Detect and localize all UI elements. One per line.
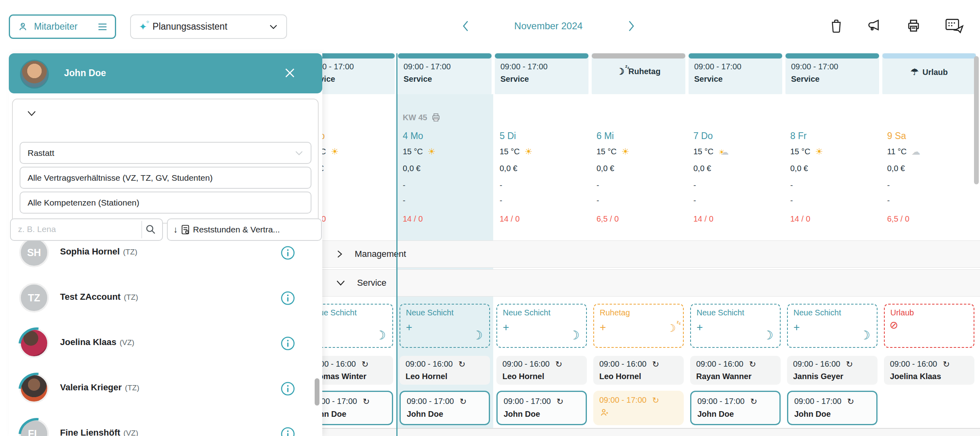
stat-line-2: - <box>790 196 793 205</box>
employee-list-item[interactable]: Joelina Klaas(VZ) <box>9 321 322 366</box>
contracts-filter-value: Alle Vertragsverhältnisse (VZ, TZ, GV, S… <box>28 173 213 183</box>
new-shift-button[interactable]: Neue Schicht+☾ <box>690 304 781 348</box>
temperature-row: 15 °C☀ <box>790 147 823 156</box>
employee-list-item[interactable]: SHSophia Hornel(TZ) <box>9 241 322 275</box>
repeat-icon: ↻ <box>555 360 562 368</box>
new-shift-button[interactable]: Neue Schicht+☾ <box>400 304 490 348</box>
info-icon[interactable] <box>281 291 295 305</box>
contract-type: (TZ) <box>123 248 137 256</box>
day-label[interactable]: 8 Fr <box>790 131 807 141</box>
shift-name-label: Service <box>404 75 432 84</box>
list-scrollbar[interactable] <box>315 378 319 406</box>
day-label[interactable]: 7 Do <box>693 131 713 141</box>
day-label[interactable]: 4 Mo <box>403 131 423 141</box>
employee-name: Sophia Hornel(TZ) <box>60 246 137 257</box>
stat-line-2: - <box>693 196 696 205</box>
day-label[interactable]: 5 Di <box>500 131 516 141</box>
shift-employee: Leo Hornel <box>502 372 544 381</box>
no-entry-icon: ⊘ <box>890 319 898 331</box>
printer-icon[interactable] <box>431 113 441 122</box>
day-label[interactable]: 6 Mi <box>596 131 614 141</box>
colleague-shift-card[interactable]: 09:00 - 16:00↻Leo Hornel <box>593 356 684 385</box>
plus-icon: + <box>697 321 703 334</box>
colleague-shift-card[interactable]: 09:00 - 16:00↻Rayan Wanner <box>690 356 781 385</box>
day-header-cell[interactable]: 09:00 - 17:00Service <box>495 53 588 94</box>
trash-icon[interactable] <box>829 18 843 33</box>
printer-icon[interactable] <box>906 18 921 33</box>
search-input[interactable] <box>17 224 135 234</box>
planning-assistant-button[interactable]: ✦✧ Planungsassistent <box>130 14 287 39</box>
day-header-cell[interactable]: 09:00 - 17:00Service <box>398 53 492 94</box>
own-shift-card[interactable]: 09:00 - 17:00↻John Doe <box>400 391 490 425</box>
moon-icon: ☾ <box>375 328 386 342</box>
repeat-icon: ↻ <box>363 397 370 406</box>
shift-employee: Leo Hornel <box>406 372 447 381</box>
vertical-scrollbar[interactable] <box>974 56 979 184</box>
chevron-right-icon[interactable] <box>335 249 343 259</box>
own-shift-card[interactable]: 09:00 - 17:00↻John Doe <box>496 391 587 425</box>
shift-time: 09:00 - 16:00 <box>793 359 840 369</box>
colleague-shift-card[interactable]: 09:00 - 16:00↻Leo Hornel <box>496 356 587 385</box>
repeat-icon: ↻ <box>361 360 369 368</box>
stat-line-1: - <box>596 181 599 190</box>
day-label[interactable]: 9 Sa <box>887 131 906 141</box>
employee-list-item[interactable]: Valeria Krieger(TZ) <box>9 366 322 411</box>
chevron-down-icon[interactable] <box>335 279 346 287</box>
day-header-cell[interactable]: 09:00 - 17:00Service <box>785 53 879 94</box>
hours-label: 6,5 / 0 <box>887 214 910 224</box>
rest-day-button[interactable]: Ruhetag+☾zz <box>593 304 684 348</box>
employees-button[interactable]: Mitarbeiter <box>9 14 116 39</box>
open-shift-card[interactable]: 09:00 - 17:00↻ <box>593 391 684 425</box>
avatar: SH <box>19 241 49 267</box>
next-month-button[interactable] <box>626 20 637 32</box>
info-icon[interactable] <box>281 336 295 351</box>
moon-zz-icon: ☾zz <box>617 67 625 76</box>
temperature-row: 15 °C☀ <box>500 147 532 156</box>
week-number: KW 45 <box>403 113 427 122</box>
temperature-label: 15 °C <box>790 147 810 156</box>
shift-time: 09:00 - 16:00 <box>599 359 647 369</box>
temperature-label: 15 °C <box>693 147 713 156</box>
info-icon[interactable] <box>281 246 295 260</box>
new-shift-button[interactable]: Neue Schicht+☾ <box>496 304 587 348</box>
info-icon[interactable] <box>281 427 295 436</box>
search-icon[interactable] <box>145 223 157 235</box>
day-header-cell[interactable]: ☾zzRuhetag <box>592 53 685 94</box>
prev-month-button[interactable] <box>460 20 471 32</box>
new-shift-button[interactable]: Neue Schicht+☾ <box>787 304 878 348</box>
shift-employee: Joelina Klaas <box>890 372 941 381</box>
colleague-shift-card[interactable]: 09:00 - 16:00↻Leo Hornel <box>400 356 490 385</box>
hours-label: 14 / 0 <box>790 214 810 224</box>
stat-line-2: - <box>500 196 502 205</box>
collapse-chevron-icon[interactable] <box>26 110 37 117</box>
calendar-send-icon[interactable] <box>945 18 964 34</box>
repeat-icon: ↻ <box>749 360 756 368</box>
beach-umbrella-icon: ☂ <box>910 67 918 77</box>
competences-filter[interactable]: Alle Kompetenzen (Stationen) <box>20 192 311 214</box>
megaphone-icon[interactable] <box>867 18 882 33</box>
colleague-shift-card[interactable]: 09:00 - 16:00↻Jannis Geyer <box>787 356 878 385</box>
vacation-label: Urlaub <box>890 308 914 317</box>
info-icon[interactable] <box>281 382 295 396</box>
contract-type: (VZ) <box>120 338 135 347</box>
location-select[interactable]: Rastatt <box>20 142 311 164</box>
shift-time: 09:00 - 17:00 <box>697 397 745 406</box>
employee-list-item[interactable]: TZTest ZAccount(TZ) <box>9 276 322 321</box>
contracts-filter[interactable]: Alle Vertragsverhältnisse (VZ, TZ, GV, S… <box>20 167 311 189</box>
day-header-cell[interactable]: ☂Urlaub <box>882 53 976 94</box>
day-header-cell[interactable]: 09:00 - 17:00Service <box>689 53 782 94</box>
own-shift-card[interactable]: 09:00 - 17:00↻John Doe <box>787 391 878 425</box>
hours-label: 6,5 / 0 <box>596 214 619 224</box>
section-row-service[interactable]: Service <box>299 269 980 297</box>
employee-list-item[interactable]: FLFine Lienshöft(VZ) <box>9 412 322 436</box>
sort-button[interactable]: ↓ Reststunden & Vertra... <box>167 218 322 241</box>
section-label: Management <box>355 249 406 259</box>
colleague-shift-card[interactable]: 09:00 - 16:00↻Joelina Klaas <box>884 356 974 385</box>
section-row-management[interactable]: Management <box>299 240 980 268</box>
own-shift-card[interactable]: 09:00 - 17:00↻John Doe <box>690 391 781 425</box>
moon-icon: ☾ <box>763 328 773 342</box>
stat-line-2: - <box>403 196 406 205</box>
panel-title: John Doe <box>64 68 106 79</box>
sun-icon: ☀ <box>524 147 532 156</box>
close-icon[interactable] <box>283 67 296 79</box>
